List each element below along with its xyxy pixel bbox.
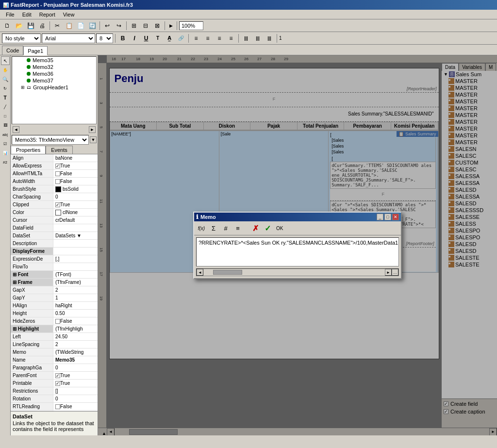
prop-value[interactable]: True <box>53 372 98 379</box>
prop-value[interactable]: (TFont) <box>53 271 98 278</box>
modal-scroll-right[interactable]: ► <box>385 269 392 276</box>
prop-value[interactable]: baNone <box>53 154 98 162</box>
prop-value[interactable]: crDefault <box>53 216 98 224</box>
underline-button[interactable]: U <box>141 33 151 43</box>
align-left-button[interactable]: ≡ <box>191 33 201 43</box>
modal-scrollbar[interactable]: ◄ ► … <box>196 268 399 276</box>
prop-value[interactable]: [,] <box>53 255 98 263</box>
tab-page1[interactable]: Page1 <box>23 46 48 55</box>
prop-value[interactable]: False <box>53 403 98 410</box>
prop-value[interactable] <box>53 240 98 247</box>
barcode-button[interactable]: ||| <box>241 33 251 43</box>
redo-button[interactable]: ↪ <box>114 20 124 31</box>
align-justify-button[interactable]: ≡ <box>226 33 236 43</box>
modal-ok-btn[interactable]: ✓ <box>262 223 273 233</box>
canvas-area[interactable]: 16 17 18 19 20 21 22 23 24 25 26 27 28 2… <box>98 55 497 435</box>
snap-button[interactable]: ⊠ <box>152 20 163 31</box>
font-selector[interactable]: Arial <box>42 33 95 43</box>
image-tool[interactable]: 🖼 <box>1 121 10 130</box>
line-tool[interactable]: ╱ <box>1 102 10 111</box>
modal-content-area[interactable]: ?RRENCYRATE>*<Sales Sun OK ry."SALESMANC… <box>196 237 399 266</box>
prop-value[interactable] <box>53 263 98 270</box>
prop-value[interactable]: 1 <box>53 294 98 301</box>
print-button[interactable]: 🖨 <box>37 20 48 31</box>
prop-value[interactable]: 2 <box>53 341 98 348</box>
paste-button[interactable]: 📄 <box>75 20 86 31</box>
tab-properties[interactable]: Properties <box>11 146 46 154</box>
tree-item-memo32[interactable]: Memo32 <box>12 64 96 70</box>
run-button[interactable]: ▶ <box>167 20 175 31</box>
align-button[interactable]: ⊞ <box>129 20 139 31</box>
checkbox[interactable] <box>55 179 60 184</box>
prop-value[interactable]: [] <box>53 387 98 395</box>
checkbox[interactable] <box>55 373 60 378</box>
style-selector[interactable]: No style <box>2 33 41 43</box>
prop-value[interactable]: Memo35 <box>53 356 98 364</box>
prop-value[interactable]: 0.50 <box>53 310 98 317</box>
prop-value[interactable]: DataSets ▼ <box>53 232 98 239</box>
modal-scroll-thumb[interactable] <box>213 270 242 275</box>
tree-scroll-right[interactable]: ► <box>89 126 96 133</box>
modal-maximize-btn[interactable]: □ <box>384 214 391 220</box>
tree-item-memo37[interactable]: Memo37 <box>12 77 96 84</box>
modal-function-btn[interactable]: f(x) <box>196 223 207 233</box>
prop-value[interactable]: bsSolid <box>53 185 98 193</box>
modal-close-btn[interactable]: ✕ <box>392 214 399 220</box>
link-button[interactable]: 🔗 <box>176 33 186 43</box>
menu-view[interactable]: View <box>59 11 79 18</box>
pointer-tool[interactable]: ↖ <box>1 56 10 65</box>
prop-value[interactable] <box>53 224 98 232</box>
prop-value[interactable]: 0 <box>53 364 98 371</box>
modal-hash-btn[interactable]: # <box>220 223 231 233</box>
italic-button[interactable]: I <box>129 33 140 43</box>
barcode2-button[interactable]: ||| <box>252 33 263 43</box>
menu-edit[interactable]: Edit <box>18 11 35 18</box>
rotate-tool[interactable]: ↻ <box>1 84 10 93</box>
prop-value[interactable] <box>53 248 98 255</box>
tree-scroll-left[interactable]: ◄ <box>13 126 19 133</box>
modal-sum-btn[interactable]: Σ <box>208 223 219 233</box>
prop-value[interactable]: (TfrxHighligh <box>53 325 98 332</box>
modal-format-btn[interactable]: ≡ <box>232 223 243 233</box>
checkbox[interactable] <box>55 164 60 168</box>
menu-report[interactable]: Report <box>35 11 59 18</box>
menu-file[interactable]: File <box>2 11 18 18</box>
text-format-button[interactable]: T <box>152 33 163 43</box>
prop-value[interactable]: False <box>53 170 98 177</box>
chart-tool[interactable]: 📊 <box>1 149 10 157</box>
prop-value[interactable]: 0 <box>53 395 98 402</box>
prop-value[interactable]: False <box>53 178 98 185</box>
prop-value[interactable]: 24.50 <box>53 333 98 340</box>
size-selector[interactable]: 8 <box>96 33 113 43</box>
check-tool[interactable]: ☑ <box>1 139 10 148</box>
tab-code[interactable]: Code <box>2 46 23 55</box>
modal-minimize-btn[interactable]: _ <box>377 214 383 220</box>
prop-value[interactable]: clNone <box>53 209 98 216</box>
modal-scroll-left[interactable]: ◄ <box>197 269 203 276</box>
checkbox[interactable] <box>55 202 60 207</box>
modal-cancel-btn[interactable]: ✗ <box>250 223 261 233</box>
checkbox[interactable] <box>55 319 60 324</box>
magnify-tool[interactable]: 🔍 <box>1 75 10 83</box>
align-right-button[interactable]: ≡ <box>214 33 225 43</box>
script-tool[interactable]: ab| <box>1 130 10 139</box>
modal-scroll-dots[interactable]: … <box>392 269 398 276</box>
prop-value[interactable]: True <box>53 380 98 387</box>
rect-tool[interactable]: □ <box>1 112 10 120</box>
align-center-button[interactable]: ≡ <box>202 33 213 43</box>
checkbox[interactable] <box>55 404 60 409</box>
tree-item-memo35[interactable]: Memo35 <box>12 57 96 64</box>
prop-value[interactable]: haRight <box>53 302 98 309</box>
page-scroll-area[interactable]: Penju [ReportHeader] F Sales Summary."SA… <box>107 63 441 428</box>
barcode3-button[interactable]: ||| <box>264 33 275 43</box>
bold-button[interactable]: B <box>117 33 128 43</box>
tab-events[interactable]: Events <box>46 146 73 154</box>
cut-button[interactable]: ✂ <box>52 20 63 31</box>
comp-expand-btn[interactable]: ▼ <box>90 136 97 143</box>
highlight-button[interactable]: A̲ <box>164 33 175 43</box>
prop-value[interactable]: 2 <box>53 286 98 294</box>
undo-button[interactable]: ↩ <box>102 20 113 31</box>
open-button[interactable]: 📂 <box>14 20 24 31</box>
component-dropdown[interactable]: Memo35: TfrxMemoView <box>12 135 89 145</box>
zoom-tool[interactable]: ✋ <box>1 66 10 74</box>
